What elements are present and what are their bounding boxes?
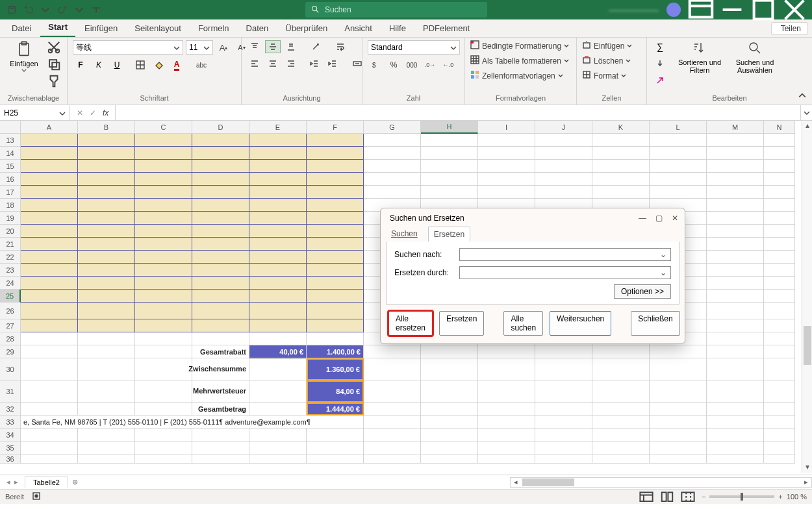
column-header[interactable]: B — [78, 121, 135, 134]
find-all-button[interactable]: Alle suchen — [503, 311, 543, 336]
new-sheet-icon[interactable]: ⊕ — [68, 478, 82, 486]
row-header[interactable]: 15 — [0, 160, 21, 173]
cell[interactable]: Gesamtbetrag — [192, 403, 249, 416]
row-header[interactable]: 30 — [0, 358, 21, 380]
autosum-icon[interactable]: ∑ — [652, 40, 668, 53]
row-header[interactable]: 29 — [0, 345, 21, 358]
column-header[interactable]: C — [135, 121, 192, 134]
cell[interactable] — [650, 186, 707, 199]
cell[interactable] — [364, 380, 421, 403]
cell[interactable] — [535, 441, 592, 454]
row-header[interactable]: 17 — [0, 186, 21, 199]
avatar[interactable] — [666, 3, 681, 17]
find-next-button[interactable]: Weitersuchen — [550, 311, 611, 336]
align-middle-icon[interactable] — [265, 40, 281, 53]
cell[interactable] — [650, 416, 707, 428]
cell[interactable] — [364, 358, 421, 380]
cell[interactable] — [764, 160, 795, 173]
cell[interactable] — [21, 454, 78, 464]
chevron-down-icon[interactable]: ⌄ — [660, 268, 669, 277]
cell[interactable] — [307, 238, 364, 251]
bold-button[interactable]: F — [73, 58, 88, 71]
cell[interactable] — [707, 225, 764, 238]
tab-formeln[interactable]: Formeln — [190, 21, 237, 37]
cell[interactable] — [707, 212, 764, 225]
align-left-icon[interactable] — [247, 57, 262, 70]
zoom-in-icon[interactable]: + — [778, 493, 782, 501]
cell[interactable] — [78, 199, 135, 212]
cell[interactable] — [192, 199, 249, 212]
cell[interactable] — [307, 303, 364, 319]
clear-icon[interactable] — [652, 74, 668, 87]
cell[interactable] — [707, 238, 764, 251]
cell[interactable] — [650, 380, 707, 403]
cell[interactable] — [21, 277, 78, 290]
cell[interactable] — [249, 251, 307, 264]
cell[interactable] — [21, 428, 78, 441]
cell[interactable] — [135, 290, 192, 303]
cell[interactable] — [535, 428, 592, 441]
column-header[interactable]: D — [192, 121, 249, 134]
cell[interactable] — [249, 428, 307, 441]
cell[interactable] — [421, 416, 478, 428]
cancel-formula-icon[interactable]: ✕ — [77, 108, 83, 118]
cell[interactable] — [592, 160, 650, 173]
cell[interactable] — [249, 403, 307, 416]
cell[interactable] — [307, 134, 364, 147]
cell[interactable] — [192, 454, 249, 464]
cell[interactable] — [21, 345, 78, 358]
cell[interactable] — [78, 332, 135, 345]
cell[interactable] — [421, 345, 478, 358]
cell[interactable]: Zwischensumme — [192, 358, 249, 380]
decrease-decimal-icon[interactable]: ←.0 — [440, 58, 456, 71]
cell[interactable] — [421, 173, 478, 186]
select-all-corner[interactable] — [0, 121, 21, 134]
close-icon[interactable] — [780, 0, 809, 19]
formula-input[interactable] — [116, 105, 800, 120]
cell[interactable] — [707, 441, 764, 454]
cell[interactable] — [478, 345, 535, 358]
cell[interactable] — [192, 225, 249, 238]
cell[interactable] — [535, 454, 592, 464]
cell[interactable] — [707, 345, 764, 358]
collapse-ribbon-icon[interactable] — [798, 91, 807, 102]
cell[interactable] — [764, 441, 795, 454]
cell[interactable] — [535, 173, 592, 186]
cell[interactable] — [21, 173, 78, 186]
cell[interactable] — [478, 186, 535, 199]
tab-seitenlayout[interactable]: Seitenlayout — [127, 21, 189, 37]
cell[interactable] — [249, 380, 307, 403]
cell[interactable] — [764, 319, 795, 332]
cell[interactable] — [364, 441, 421, 454]
tab-pdfelement[interactable]: PDFelement — [415, 21, 477, 37]
cell[interactable] — [249, 441, 307, 454]
redo-icon[interactable] — [56, 3, 69, 16]
cell[interactable] — [249, 212, 307, 225]
chevron-down-icon[interactable]: ⌄ — [660, 250, 669, 259]
cell[interactable] — [707, 199, 764, 212]
vertical-scrollbar[interactable]: ▴ ▾ — [802, 121, 812, 473]
cell[interactable] — [707, 277, 764, 290]
cell[interactable] — [21, 147, 78, 160]
cell[interactable] — [592, 358, 650, 380]
column-header[interactable]: L — [650, 121, 707, 134]
cell[interactable] — [21, 290, 78, 303]
cell[interactable] — [764, 134, 795, 147]
format-cells-button[interactable]: Format — [582, 70, 632, 81]
cell[interactable] — [364, 428, 421, 441]
row-header[interactable]: 20 — [0, 225, 21, 238]
cell[interactable] — [21, 186, 78, 199]
cell[interactable] — [135, 238, 192, 251]
find-select-button[interactable]: Suchen und Auswählen — [731, 40, 778, 74]
cell[interactable] — [535, 160, 592, 173]
cell[interactable] — [21, 251, 78, 264]
cell[interactable] — [707, 454, 764, 464]
dialog-tab-replace[interactable]: Ersetzen — [428, 227, 470, 242]
cell[interactable] — [764, 238, 795, 251]
cell[interactable] — [707, 173, 764, 186]
cell[interactable] — [78, 186, 135, 199]
cell[interactable] — [478, 403, 535, 416]
row-header[interactable]: 13 — [0, 134, 21, 147]
cell[interactable] — [135, 454, 192, 464]
align-bottom-icon[interactable] — [283, 40, 299, 53]
